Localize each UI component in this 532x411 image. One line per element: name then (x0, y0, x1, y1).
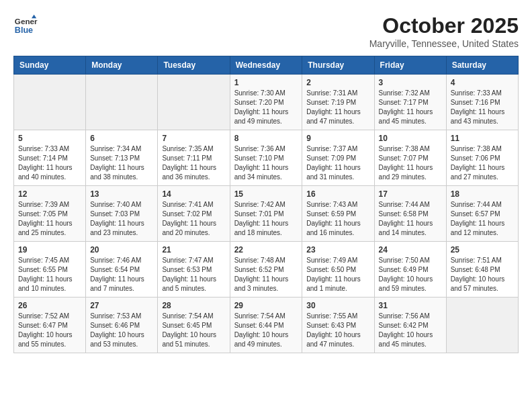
table-row: 31Sunrise: 7:56 AMSunset: 6:42 PMDayligh… (374, 298, 446, 353)
table-row: 18Sunrise: 7:44 AMSunset: 6:57 PMDayligh… (446, 186, 518, 242)
day-info: Sunrise: 7:54 AMSunset: 6:45 PMDaylight:… (162, 312, 225, 349)
day-info: Sunrise: 7:34 AMSunset: 7:13 PMDaylight:… (90, 144, 153, 182)
day-number: 8 (234, 134, 298, 143)
day-info: Sunrise: 7:56 AMSunset: 6:42 PMDaylight:… (379, 312, 442, 349)
table-row: 22Sunrise: 7:48 AMSunset: 6:52 PMDayligh… (230, 242, 302, 298)
table-row: 24Sunrise: 7:50 AMSunset: 6:49 PMDayligh… (374, 242, 446, 298)
day-number: 21 (162, 245, 225, 255)
day-number: 13 (90, 189, 153, 199)
header-tuesday: Tuesday (158, 56, 230, 75)
day-info: Sunrise: 7:39 AMSunset: 7:05 PMDaylight:… (18, 200, 81, 238)
day-info: Sunrise: 7:35 AMSunset: 7:11 PMDaylight:… (162, 144, 225, 182)
day-info: Sunrise: 7:49 AMSunset: 6:50 PMDaylight:… (306, 256, 369, 293)
svg-text:Blue: Blue (15, 26, 33, 35)
calendar-week-row: 26Sunrise: 7:52 AMSunset: 6:47 PMDayligh… (14, 298, 519, 353)
table-row: 2Sunrise: 7:31 AMSunset: 7:19 PMDaylight… (302, 75, 374, 130)
table-row: 27Sunrise: 7:53 AMSunset: 6:46 PMDayligh… (86, 298, 158, 353)
header-wednesday: Wednesday (230, 56, 302, 75)
day-number: 18 (451, 189, 514, 199)
title-section: October 2025 Maryville, Tennessee, Unite… (369, 13, 519, 49)
day-info: Sunrise: 7:32 AMSunset: 7:17 PMDaylight:… (379, 89, 442, 126)
table-row: 13Sunrise: 7:40 AMSunset: 7:03 PMDayligh… (86, 186, 158, 242)
table-row (86, 75, 158, 130)
day-number: 1 (234, 78, 298, 87)
table-row: 8Sunrise: 7:36 AMSunset: 7:10 PMDaylight… (230, 130, 302, 186)
day-number: 29 (234, 301, 298, 310)
day-number: 22 (234, 245, 298, 255)
day-number: 23 (306, 245, 369, 255)
table-row: 6Sunrise: 7:34 AMSunset: 7:13 PMDaylight… (86, 130, 158, 186)
header-thursday: Thursday (302, 56, 374, 75)
day-info: Sunrise: 7:53 AMSunset: 6:46 PMDaylight:… (90, 312, 153, 349)
table-row: 5Sunrise: 7:33 AMSunset: 7:14 PMDaylight… (14, 130, 86, 186)
table-row: 4Sunrise: 7:33 AMSunset: 7:16 PMDaylight… (446, 75, 518, 130)
day-info: Sunrise: 7:43 AMSunset: 6:59 PMDaylight:… (306, 200, 369, 238)
day-number: 28 (162, 301, 225, 310)
location-title: Maryville, Tennessee, United States (369, 38, 519, 49)
calendar-week-row: 1Sunrise: 7:30 AMSunset: 7:20 PMDaylight… (14, 75, 519, 130)
calendar-table: Sunday Monday Tuesday Wednesday Thursday… (13, 56, 519, 353)
page-header: General Blue October 2025 Maryville, Ten… (13, 13, 519, 49)
logo: General Blue (13, 13, 38, 38)
day-info: Sunrise: 7:40 AMSunset: 7:03 PMDaylight:… (90, 200, 153, 238)
table-row (158, 75, 230, 130)
header-sunday: Sunday (14, 56, 86, 75)
day-info: Sunrise: 7:48 AMSunset: 6:52 PMDaylight:… (234, 256, 298, 293)
day-info: Sunrise: 7:31 AMSunset: 7:19 PMDaylight:… (306, 89, 369, 126)
table-row: 10Sunrise: 7:38 AMSunset: 7:07 PMDayligh… (374, 130, 446, 186)
day-info: Sunrise: 7:52 AMSunset: 6:47 PMDaylight:… (18, 312, 81, 349)
calendar-week-row: 5Sunrise: 7:33 AMSunset: 7:14 PMDaylight… (14, 130, 519, 186)
header-monday: Monday (86, 56, 158, 75)
day-info: Sunrise: 7:45 AMSunset: 6:55 PMDaylight:… (18, 256, 81, 293)
day-number: 27 (90, 301, 153, 310)
table-row: 26Sunrise: 7:52 AMSunset: 6:47 PMDayligh… (14, 298, 86, 353)
table-row: 11Sunrise: 7:38 AMSunset: 7:06 PMDayligh… (446, 130, 518, 186)
table-row: 20Sunrise: 7:46 AMSunset: 6:54 PMDayligh… (86, 242, 158, 298)
day-number: 25 (451, 245, 514, 255)
day-number: 6 (90, 134, 153, 143)
calendar-week-row: 12Sunrise: 7:39 AMSunset: 7:05 PMDayligh… (14, 186, 519, 242)
day-info: Sunrise: 7:33 AMSunset: 7:14 PMDaylight:… (18, 144, 81, 182)
weekday-header-row: Sunday Monday Tuesday Wednesday Thursday… (14, 56, 519, 75)
table-row: 19Sunrise: 7:45 AMSunset: 6:55 PMDayligh… (14, 242, 86, 298)
day-info: Sunrise: 7:50 AMSunset: 6:49 PMDaylight:… (379, 256, 442, 293)
day-number: 3 (379, 78, 442, 87)
day-info: Sunrise: 7:38 AMSunset: 7:07 PMDaylight:… (379, 144, 442, 182)
day-info: Sunrise: 7:55 AMSunset: 6:43 PMDaylight:… (306, 312, 369, 349)
table-row: 16Sunrise: 7:43 AMSunset: 6:59 PMDayligh… (302, 186, 374, 242)
header-saturday: Saturday (446, 56, 518, 75)
day-info: Sunrise: 7:37 AMSunset: 7:09 PMDaylight:… (306, 144, 369, 182)
calendar-week-row: 19Sunrise: 7:45 AMSunset: 6:55 PMDayligh… (14, 242, 519, 298)
day-number: 5 (18, 134, 81, 143)
day-info: Sunrise: 7:42 AMSunset: 7:01 PMDaylight:… (234, 200, 298, 238)
day-info: Sunrise: 7:36 AMSunset: 7:10 PMDaylight:… (234, 144, 298, 182)
table-row: 23Sunrise: 7:49 AMSunset: 6:50 PMDayligh… (302, 242, 374, 298)
day-info: Sunrise: 7:54 AMSunset: 6:44 PMDaylight:… (234, 312, 298, 349)
table-row (446, 298, 518, 353)
day-info: Sunrise: 7:33 AMSunset: 7:16 PMDaylight:… (451, 89, 514, 126)
day-number: 16 (306, 189, 369, 199)
table-row: 28Sunrise: 7:54 AMSunset: 6:45 PMDayligh… (158, 298, 230, 353)
table-row: 7Sunrise: 7:35 AMSunset: 7:11 PMDaylight… (158, 130, 230, 186)
day-number: 31 (379, 301, 442, 310)
day-number: 4 (451, 78, 514, 87)
table-row: 14Sunrise: 7:41 AMSunset: 7:02 PMDayligh… (158, 186, 230, 242)
table-row: 3Sunrise: 7:32 AMSunset: 7:17 PMDaylight… (374, 75, 446, 130)
day-info: Sunrise: 7:30 AMSunset: 7:20 PMDaylight:… (234, 89, 298, 126)
table-row (14, 75, 86, 130)
table-row: 17Sunrise: 7:44 AMSunset: 6:58 PMDayligh… (374, 186, 446, 242)
day-info: Sunrise: 7:46 AMSunset: 6:54 PMDaylight:… (90, 256, 153, 293)
day-number: 15 (234, 189, 298, 199)
day-number: 12 (18, 189, 81, 199)
table-row: 21Sunrise: 7:47 AMSunset: 6:53 PMDayligh… (158, 242, 230, 298)
table-row: 29Sunrise: 7:54 AMSunset: 6:44 PMDayligh… (230, 298, 302, 353)
table-row: 12Sunrise: 7:39 AMSunset: 7:05 PMDayligh… (14, 186, 86, 242)
day-info: Sunrise: 7:38 AMSunset: 7:06 PMDaylight:… (451, 144, 514, 182)
day-number: 10 (379, 134, 442, 143)
table-row: 25Sunrise: 7:51 AMSunset: 6:48 PMDayligh… (446, 242, 518, 298)
day-info: Sunrise: 7:51 AMSunset: 6:48 PMDaylight:… (451, 256, 514, 293)
day-number: 7 (162, 134, 225, 143)
day-number: 24 (379, 245, 442, 255)
table-row: 30Sunrise: 7:55 AMSunset: 6:43 PMDayligh… (302, 298, 374, 353)
header-friday: Friday (374, 56, 446, 75)
